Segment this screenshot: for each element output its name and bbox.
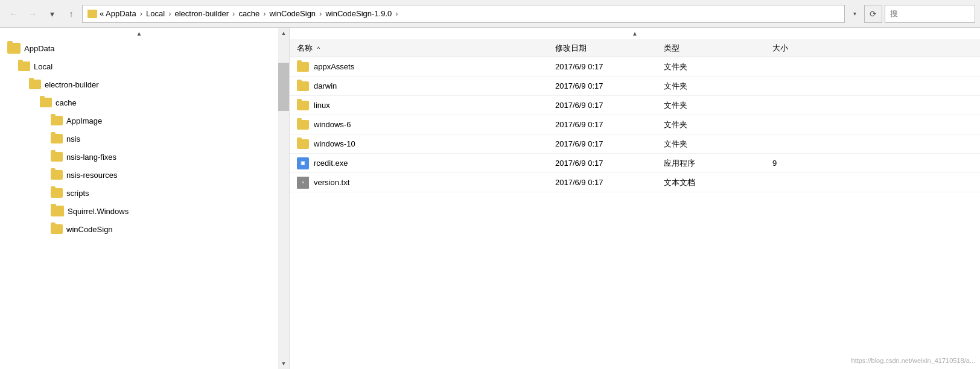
- sidebar-item-cache[interactable]: cache: [0, 93, 278, 112]
- breadcrumb-wincodesign[interactable]: winCodeSign: [269, 9, 316, 18]
- folder-icon-scripts: [51, 188, 63, 198]
- sidebar-label-electron-builder: electron-builder: [45, 80, 99, 89]
- folder-icon-squirrel-windows: [51, 206, 64, 216]
- sidebar-item-nsis-resources[interactable]: nsis-resources: [0, 166, 278, 184]
- file-name-windows-6: windows-6: [290, 120, 555, 130]
- txt-icon-version: ≡: [297, 177, 309, 189]
- sidebar-label-scripts: scripts: [66, 189, 89, 198]
- file-name-appxassets: appxAssets: [290, 62, 555, 72]
- sidebar-label-local: Local: [34, 62, 52, 71]
- search-input[interactable]: [885, 5, 975, 23]
- folder-icon-appdata: [7, 43, 21, 54]
- file-row-appxassets[interactable]: appxAssets 2017/6/9 0:17 文件夹: [290, 57, 980, 77]
- sidebar-item-wincodesign[interactable]: winCodeSign: [0, 220, 278, 238]
- sidebar-tree: ▲ AppData Local electron-builder cache A…: [0, 28, 289, 238]
- scroll-down-btn[interactable]: ▼: [278, 358, 289, 369]
- breadcrumb-electron-builder[interactable]: electron-builder: [174, 9, 229, 18]
- file-date-windows-6: 2017/6/9 0:17: [555, 120, 664, 129]
- file-row-windows-6[interactable]: windows-6 2017/6/9 0:17 文件夹: [290, 115, 980, 134]
- file-type-appxassets: 文件夹: [664, 62, 772, 72]
- sidebar-item-nsis-lang-fixes[interactable]: nsis-lang-fixes: [0, 148, 278, 166]
- forward-button[interactable]: →: [24, 5, 41, 22]
- sidebar-label-wincodesign: winCodeSign: [66, 225, 113, 234]
- sidebar-label-nsis-resources: nsis-resources: [66, 171, 118, 180]
- folder-icon-appxassets: [297, 62, 309, 72]
- file-date-darwin: 2017/6/9 0:17: [555, 81, 664, 90]
- col-header-type[interactable]: 类型: [664, 43, 772, 54]
- file-date-linux: 2017/6/9 0:17: [555, 101, 664, 110]
- sidebar-label-nsis-lang-fixes: nsis-lang-fixes: [66, 153, 116, 162]
- file-date-rcedit: 2017/6/9 0:17: [555, 159, 664, 168]
- sidebar-item-appimage[interactable]: AppImage: [0, 112, 278, 130]
- up-button[interactable]: ↑: [63, 5, 80, 22]
- folder-icon-windows-6: [297, 120, 309, 130]
- folder-icon-nsis-resources: [51, 170, 63, 180]
- sort-indicator: ^: [317, 46, 320, 52]
- col-header-date[interactable]: 修改日期: [555, 43, 664, 54]
- file-type-windows-6: 文件夹: [664, 119, 772, 130]
- address-dropdown-button[interactable]: ▾: [847, 5, 862, 23]
- back-button[interactable]: ←: [5, 5, 22, 22]
- file-type-version: 文本文档: [664, 177, 772, 188]
- sidebar-label-squirrel-windows: Squirrel.Windows: [68, 207, 129, 216]
- col-header-size[interactable]: 大小: [772, 43, 980, 54]
- sidebar: ▲ AppData Local electron-builder cache A…: [0, 28, 290, 369]
- folder-icon-nsis-lang-fixes: [51, 152, 63, 162]
- folder-icon-local: [18, 62, 30, 71]
- file-name-darwin: darwin: [290, 81, 555, 91]
- address-bar: « AppData › Local › electron-builder › c…: [82, 5, 845, 23]
- folder-icon-linux: [297, 101, 309, 110]
- navigation-bar: ← → ▾ ↑ « AppData › Local › electron-bui…: [0, 0, 980, 28]
- folder-icon-cache: [40, 98, 52, 107]
- breadcrumb-appdata[interactable]: « AppData: [100, 9, 136, 18]
- dropdown-button[interactable]: ▾: [43, 5, 60, 22]
- folder-icon-windows-10: [297, 139, 309, 149]
- sidebar-label-appimage: AppImage: [66, 116, 102, 125]
- file-list-header: 名称 ^ 修改日期 类型 大小: [290, 39, 980, 57]
- breadcrumb-wincodesign-version[interactable]: winCodeSign-1.9.0: [325, 9, 392, 18]
- folder-icon-darwin: [297, 81, 309, 91]
- up-arrow-row: ▲: [290, 28, 980, 39]
- file-date-appxassets: 2017/6/9 0:17: [555, 62, 664, 71]
- file-row-linux[interactable]: linux 2017/6/9 0:17 文件夹: [290, 96, 980, 115]
- file-row-windows-10[interactable]: windows-10 2017/6/9 0:17 文件夹: [290, 134, 980, 154]
- col-header-name[interactable]: 名称 ^: [290, 43, 555, 54]
- main-area: ▲ AppData Local electron-builder cache A…: [0, 28, 980, 369]
- sidebar-scrollbar: ▲ ▼: [278, 28, 289, 369]
- sidebar-item-appdata[interactable]: AppData: [0, 39, 278, 57]
- file-name-version: ≡ version.txt: [290, 177, 555, 189]
- sidebar-item-squirrel-windows[interactable]: Squirrel.Windows: [0, 202, 278, 220]
- sidebar-item-nsis[interactable]: nsis: [0, 130, 278, 148]
- file-row-version[interactable]: ≡ version.txt 2017/6/9 0:17 文本文档: [290, 173, 980, 192]
- exe-icon-rcedit: ▣: [297, 157, 309, 169]
- file-row-darwin[interactable]: darwin 2017/6/9 0:17 文件夹: [290, 77, 980, 96]
- file-type-rcedit: 应用程序: [664, 158, 772, 169]
- sidebar-label-appdata: AppData: [24, 44, 55, 53]
- refresh-button[interactable]: ⟳: [864, 5, 882, 23]
- file-name-windows-10: windows-10: [290, 139, 555, 149]
- scroll-up-area: ▲: [0, 28, 278, 39]
- scroll-up-btn[interactable]: ▲: [278, 28, 289, 39]
- file-type-darwin: 文件夹: [664, 81, 772, 92]
- file-date-version: 2017/6/9 0:17: [555, 178, 664, 187]
- file-row-rcedit[interactable]: ▣ rcedit.exe 2017/6/9 0:17 应用程序 9: [290, 154, 980, 173]
- folder-icon-appimage: [51, 116, 63, 125]
- folder-icon-wincodesign: [51, 224, 63, 234]
- sidebar-item-scripts[interactable]: scripts: [0, 184, 278, 202]
- watermark: https://blog.csdn.net/weixin_41710518/a.…: [851, 357, 975, 364]
- breadcrumb-local[interactable]: Local: [146, 9, 165, 18]
- address-folder-icon: [88, 10, 97, 18]
- sidebar-item-local[interactable]: Local: [0, 57, 278, 75]
- sidebar-item-electron-builder[interactable]: electron-builder: [0, 75, 278, 93]
- folder-icon-electron-builder: [29, 80, 41, 89]
- scrollbar-track: [278, 39, 289, 358]
- scrollbar-thumb[interactable]: [278, 63, 289, 111]
- file-type-linux: 文件夹: [664, 100, 772, 111]
- breadcrumb-cache[interactable]: cache: [238, 9, 259, 18]
- file-size-rcedit: 9: [772, 159, 980, 168]
- file-name-linux: linux: [290, 101, 555, 110]
- folder-icon-nsis: [51, 134, 63, 144]
- sidebar-label-nsis: nsis: [66, 134, 80, 144]
- file-name-rcedit: ▣ rcedit.exe: [290, 157, 555, 169]
- sidebar-label-cache: cache: [56, 98, 77, 107]
